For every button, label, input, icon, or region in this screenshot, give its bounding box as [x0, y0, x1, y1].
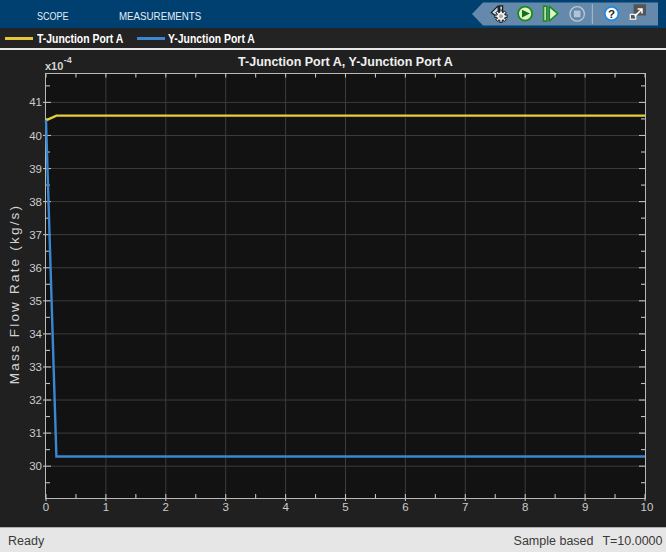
svg-text:?: ?: [608, 8, 615, 20]
